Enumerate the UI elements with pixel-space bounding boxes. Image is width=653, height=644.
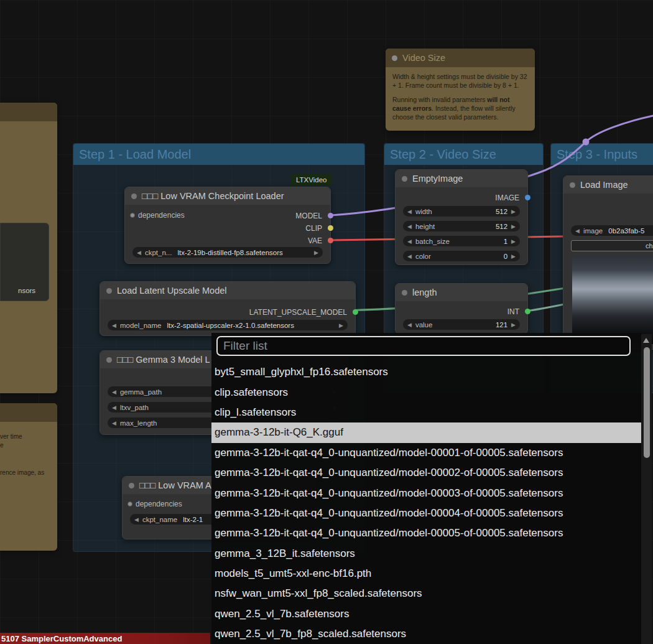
widget-right-arrow-icon[interactable]: ▶ — [339, 322, 343, 329]
scrollbar-thumb[interactable] — [644, 347, 650, 458]
dropdown-item[interactable]: qwen_2.5_vl_7b.safetensors — [211, 604, 642, 624]
node-editor-canvas[interactable]: Step 1 - Load Model Step 2 - Video Size … — [0, 0, 653, 644]
note-left-1-header[interactable] — [0, 103, 57, 121]
output-label-vae: VAE — [308, 236, 322, 245]
group-step1-header[interactable]: Step 1 - Load Model — [73, 144, 364, 165]
widget-right-arrow-icon[interactable]: ▶ — [511, 238, 516, 245]
widget-left-arrow-icon[interactable]: ◀ — [407, 238, 412, 245]
group-title: Step 2 - Video Size — [390, 147, 496, 162]
node-low-vram-checkpoint-loader[interactable]: □□□ Low VRAM Checkpoint Loader dependenc… — [124, 187, 331, 264]
choose-file-button[interactable]: ch — [571, 240, 653, 251]
color-widget[interactable]: ◀ color 0 ▶ — [403, 251, 520, 261]
scroll-up-arrow-icon[interactable] — [643, 338, 649, 343]
dropdown-scrollbar[interactable] — [641, 334, 652, 644]
node-title-bar[interactable]: Load Image — [563, 176, 653, 194]
clipped-node-fragment[interactable]: nsors — [0, 223, 49, 301]
note-left-clipped-2[interactable]: ver time e rence image, as — [0, 403, 57, 551]
widget-right-arrow-icon[interactable]: ▶ — [511, 253, 516, 259]
dropdown-item[interactable]: qwen_2.5_vl_7b_fp8_scaled.safetensors — [211, 624, 642, 644]
widget-left-arrow-icon[interactable]: ◀ — [112, 389, 116, 395]
note-left-2-header[interactable] — [0, 403, 57, 422]
width-widget[interactable]: ◀ width 512 ▶ — [403, 206, 520, 217]
widget-left-arrow-icon[interactable]: ◀ — [407, 322, 412, 328]
note-text-fragment: rence image, as — [0, 469, 44, 476]
dropdown-item[interactable]: nsfw_wan_umt5-xxl_fp8_scaled.safetensors — [211, 584, 642, 604]
note-title: Video Size — [402, 53, 445, 63]
widget-left-arrow-icon[interactable]: ◀ — [112, 322, 116, 329]
widget-right-arrow-icon[interactable]: ▶ — [314, 250, 318, 256]
output-label-latent-upscale-model: LATENT_UPSCALE_MODEL — [249, 308, 347, 317]
image-widget[interactable]: ◀ image 0b2a3fab-5 — [571, 225, 653, 236]
vae-port[interactable] — [328, 238, 333, 243]
node-collapse-dot-icon[interactable] — [570, 182, 575, 188]
node-collapse-dot-icon[interactable] — [402, 176, 407, 182]
widget-left-arrow-icon[interactable]: ◀ — [407, 223, 412, 230]
node-title: □□□ Low VRAM Checkpoint Loader — [142, 191, 284, 201]
input-port-icon[interactable] — [130, 213, 135, 218]
dropdown-item[interactable]: gemma-3-12b-it-qat-q4_0-unquantized/mode… — [211, 503, 642, 523]
note-video-size[interactable]: Video Size Width & height settings must … — [386, 49, 535, 131]
widget-right-arrow-icon[interactable]: ▶ — [511, 223, 516, 230]
node-collapse-dot-icon[interactable] — [131, 194, 137, 199]
note-video-size-header[interactable]: Video Size — [386, 49, 535, 67]
clipped-node-text: nsors — [18, 287, 35, 294]
widget-left-arrow-icon[interactable]: ◀ — [407, 253, 412, 259]
output-label-image: IMAGE — [495, 194, 519, 202]
value-widget[interactable]: ◀ value 121 ▶ — [403, 319, 520, 330]
note-body: Width & height settings must be divisibl… — [386, 67, 535, 133]
widget-left-arrow-icon[interactable]: ◀ — [137, 250, 141, 256]
widget-left-arrow-icon[interactable]: ◀ — [407, 208, 412, 215]
dropdown-item[interactable]: clip.safetensors — [211, 382, 642, 402]
node-load-image[interactable]: Load Image ◀ image 0b2a3fab-5 ch — [563, 175, 653, 350]
node-title-bar[interactable]: □□□ Low VRAM Checkpoint Loader — [125, 187, 330, 205]
dropdown-item[interactable]: gemma-3-12b-it-qat-q4_0-unquantized/mode… — [211, 523, 642, 543]
node-collapse-dot-icon[interactable] — [106, 357, 112, 363]
int-port[interactable] — [525, 309, 530, 314]
widget-right-arrow-icon[interactable]: ▶ — [511, 208, 516, 215]
group-step3-header[interactable]: Step 3 - Inputs — [551, 144, 653, 165]
ltxvideo-badge: LTXVideo — [290, 174, 332, 185]
node-empty-image[interactable]: EmptyImage IMAGE ◀ width 512 ▶ ◀ height … — [395, 169, 528, 265]
node-collapse-dot-icon[interactable] — [402, 290, 407, 296]
widget-left-arrow-icon[interactable]: ◀ — [112, 404, 116, 411]
batch-size-widget[interactable]: ◀ batch_size 1 ▶ — [403, 236, 520, 246]
clip-port[interactable] — [328, 225, 333, 231]
widget-left-arrow-icon[interactable]: ◀ — [134, 516, 139, 523]
dropdown-item[interactable]: models_t5_umt5-xxl-enc-bf16.pth — [211, 564, 642, 584]
image-port[interactable] — [525, 195, 530, 200]
input-port-icon[interactable] — [127, 502, 132, 506]
node-collapse-dot-icon[interactable] — [106, 288, 112, 294]
filter-input[interactable] — [216, 336, 631, 356]
model-port[interactable] — [328, 213, 333, 218]
dropdown-item[interactable]: gemma-3-12b-it-qat-q4_0-unquantized/mode… — [211, 443, 642, 463]
output-label-int: INT — [507, 307, 519, 316]
output-label-clip: CLIP — [305, 224, 322, 233]
output-label-model: MODEL — [295, 212, 322, 220]
node-collapse-dot-icon[interactable] — [129, 483, 134, 488]
widget-right-arrow-icon[interactable]: ▶ — [511, 322, 516, 328]
dropdown-item[interactable]: gemma-3-12b-it-qat-q4_0-unquantized/mode… — [211, 483, 642, 503]
latent-upscale-model-port[interactable] — [353, 309, 358, 315]
model-name-widget[interactable]: ◀ model_name ltx-2-spatial-upscaler-x2-1… — [108, 320, 348, 330]
dropdown-item[interactable]: gemma-3-12b-it-qat-q4_0-unquantized/mode… — [211, 463, 642, 483]
group-step2-header[interactable]: Step 2 - Video Size — [384, 144, 543, 165]
node-title-bar[interactable]: EmptyImage — [396, 170, 527, 187]
error-badge[interactable]: 5107 SamplerCustomAdvanced — [0, 633, 210, 644]
node-length[interactable]: length INT ◀ value 121 ▶ — [395, 283, 528, 334]
node-title-bar[interactable]: length — [396, 284, 527, 301]
group-title: Step 3 - Inputs — [557, 147, 637, 162]
widget-left-arrow-icon[interactable]: ◀ — [575, 228, 580, 234]
ckpt-name-widget[interactable]: ◀ ckpt_n... ltx-2-19b-distilled-fp8.safe… — [132, 247, 323, 258]
note-collapse-dot-icon[interactable] — [392, 55, 397, 61]
dropdown-item[interactable]: gemma_3_12B_it.safetensors — [211, 544, 642, 564]
node-title: Load Latent Upscale Model — [117, 286, 227, 296]
dropdown-item[interactable]: byt5_small_glyphxl_fp16.safetensors — [211, 362, 642, 382]
model-select-dropdown: byt5_small_glyphxl_fp16.safetensors clip… — [211, 333, 642, 644]
dropdown-item[interactable]: clip_l.safetensors — [211, 403, 642, 422]
node-title: □□□ Low VRAM A — [139, 480, 211, 490]
node-title-bar[interactable]: Load Latent Upscale Model — [100, 282, 355, 299]
dropdown-item[interactable]: gemma-3-12b-it-Q6_K.gguf — [211, 422, 642, 442]
widget-left-arrow-icon[interactable]: ◀ — [112, 420, 116, 426]
height-widget[interactable]: ◀ height 512 ▶ — [403, 221, 520, 231]
node-load-latent-upscale-model[interactable]: Load Latent Upscale Model LATENT_UPSCALE… — [100, 281, 356, 336]
